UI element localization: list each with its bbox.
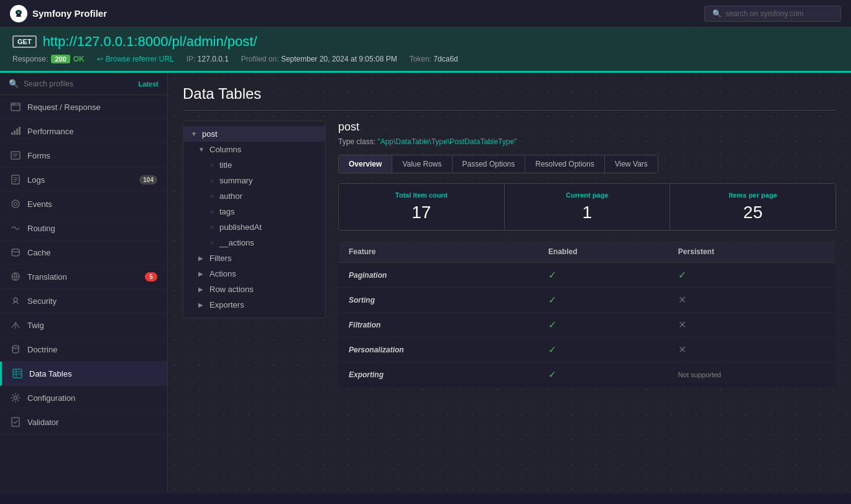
sidebar-item-translation[interactable]: Translation 5 xyxy=(0,265,167,289)
sidebar-item-label: Performance xyxy=(27,127,157,136)
table-row: Sorting ✓ ✕ xyxy=(339,288,836,313)
check-icon: ✓ xyxy=(548,295,556,305)
svg-point-16 xyxy=(12,200,19,208)
svg-rect-7 xyxy=(16,129,18,135)
sidebar-item-data-tables[interactable]: Data Tables xyxy=(0,362,167,386)
tree-item-label: post xyxy=(202,129,218,139)
tabs: Overview Value Rows Passed Options Resol… xyxy=(338,155,658,173)
feature-table: Feature Enabled Persistent Pagination ✓ … xyxy=(338,241,836,387)
sidebar-item-label: Request / Response xyxy=(27,103,157,112)
chevron-down-icon: ▼ xyxy=(198,146,206,153)
type-label: Type class: xyxy=(338,137,375,146)
tree-item-label: Row actions xyxy=(209,285,254,294)
search-profiles-input[interactable] xyxy=(24,80,134,88)
bullet-icon: ○ xyxy=(208,224,216,231)
sidebar-item-events[interactable]: Events xyxy=(0,192,167,216)
tree-item-summary[interactable]: ○ summary xyxy=(183,173,325,188)
sidebar-item-label: Events xyxy=(27,199,157,209)
chevron-right-icon: ▶ xyxy=(198,270,206,277)
svg-point-22 xyxy=(12,346,19,348)
tree-item-actions[interactable]: ▶ Actions xyxy=(183,266,325,282)
table-row: Exporting ✓ Not supported xyxy=(339,362,836,387)
cross-icon: ✕ xyxy=(678,319,686,330)
sidebar-item-security[interactable]: Security xyxy=(0,289,167,313)
datatables-icon xyxy=(12,368,23,379)
tab-view-vars[interactable]: View Vars xyxy=(605,155,658,173)
tree-item-label: tags xyxy=(219,207,235,216)
stat-label: Current page xyxy=(515,191,660,199)
routing-icon xyxy=(10,222,21,234)
sidebar-item-doctrine[interactable]: Doctrine xyxy=(0,337,167,362)
cross-icon: ✕ xyxy=(678,344,686,355)
stat-items-per-page: Items per page 25 xyxy=(670,184,835,230)
sidebar-item-performance[interactable]: Performance xyxy=(0,119,167,144)
search-bar[interactable]: 🔍 search on symfony.com xyxy=(704,6,841,22)
tree-item-tags[interactable]: ○ tags xyxy=(183,204,325,219)
tree-item-title[interactable]: ○ title xyxy=(183,157,325,173)
sidebar-item-forms[interactable]: Forms xyxy=(0,144,167,168)
browse-referrer-link[interactable]: ↩ Browse referrer URL xyxy=(97,55,174,63)
sidebar-item-request-response[interactable]: Request / Response xyxy=(0,95,167,119)
tab-overview[interactable]: Overview xyxy=(339,155,392,173)
table-row: Personalization ✓ ✕ xyxy=(339,337,836,362)
tree-item-actions-col[interactable]: ○ __actions xyxy=(183,235,325,250)
type-class: Type class: "App\DataTable\Type\PostData… xyxy=(338,137,836,146)
sidebar-item-configuration[interactable]: Configuration xyxy=(0,386,167,410)
twig-icon xyxy=(10,319,21,331)
sidebar-item-validator[interactable]: Validator xyxy=(0,410,167,434)
window-icon xyxy=(10,101,21,112)
tree-item-label: Columns xyxy=(209,145,241,154)
col-feature: Feature xyxy=(339,241,539,263)
sidebar-item-routing[interactable]: Routing xyxy=(0,216,167,241)
sidebar-item-label: Security xyxy=(27,296,157,306)
sidebar-item-logs[interactable]: Logs 104 xyxy=(0,168,167,192)
tree-item-post[interactable]: ▼ post xyxy=(183,126,325,142)
type-class-link[interactable]: "App\DataTable\Type\PostDataTableType" xyxy=(377,137,517,146)
content-columns: ▼ post ▼ Columns ○ title ○ summary ○ xyxy=(183,121,836,387)
tree-item-exporters[interactable]: ▶ Exporters xyxy=(183,297,325,313)
logs-badge: 104 xyxy=(139,175,157,185)
response-label: Response: xyxy=(12,55,48,63)
search-icon: 🔍 xyxy=(712,9,722,18)
svg-point-21 xyxy=(14,298,17,301)
detail-panel: post Type class: "App\DataTable\Type\Pos… xyxy=(338,121,836,387)
tab-value-rows[interactable]: Value Rows xyxy=(392,155,452,173)
tree-item-label: summary xyxy=(219,176,252,185)
chevron-right-icon: ▶ xyxy=(198,255,206,262)
events-icon xyxy=(10,198,21,209)
svg-rect-9 xyxy=(11,152,20,159)
tree-item-row-actions[interactable]: ▶ Row actions xyxy=(183,282,325,297)
svg-point-28 xyxy=(14,396,17,400)
svg-point-18 xyxy=(12,249,19,252)
bullet-icon: ○ xyxy=(208,177,216,184)
stat-label: Total item count xyxy=(349,191,494,199)
translation-badge: 5 xyxy=(145,272,157,282)
chevron-down-icon: ▼ xyxy=(191,131,198,137)
tree-item-publishedat[interactable]: ○ publishedAt xyxy=(183,219,325,235)
app-name: Symfony Profiler xyxy=(32,8,107,19)
tree-item-label: Exporters xyxy=(209,300,244,309)
tab-passed-options[interactable]: Passed Options xyxy=(453,155,526,173)
sidebar-item-label: Doctrine xyxy=(27,345,157,354)
sidebar-item-cache[interactable]: Cache xyxy=(0,241,167,265)
tree-item-columns[interactable]: ▼ Columns xyxy=(183,142,325,157)
tree-item-filters[interactable]: ▶ Filters xyxy=(183,250,325,266)
search-profiles-bar[interactable]: 🔍 Latest xyxy=(0,73,167,95)
sidebar-item-label: Validator xyxy=(27,418,157,427)
tree-item-label: __actions xyxy=(219,238,254,247)
logs-icon xyxy=(10,174,21,185)
request-url: http://127.0.0.1:8000/pl/admin/post/ xyxy=(43,34,257,50)
doctrine-icon xyxy=(10,344,21,355)
tab-resolved-options[interactable]: Resolved Options xyxy=(525,155,605,173)
sidebar-item-twig[interactable]: Twig xyxy=(0,313,167,337)
tree-item-label: Filters xyxy=(209,254,231,263)
stats-row: Total item count 17 Current page 1 Items… xyxy=(338,183,836,231)
tree-item-author[interactable]: ○ author xyxy=(183,188,325,204)
feature-name: Exporting xyxy=(349,370,384,379)
feature-name: Sorting xyxy=(349,296,375,305)
sidebar-item-label: Forms xyxy=(27,151,157,160)
sidebar-item-label: Data Tables xyxy=(29,369,157,378)
token-info: Token: 7dca6d xyxy=(410,55,458,63)
check-icon: ✓ xyxy=(548,344,556,355)
svg-rect-8 xyxy=(19,127,21,135)
